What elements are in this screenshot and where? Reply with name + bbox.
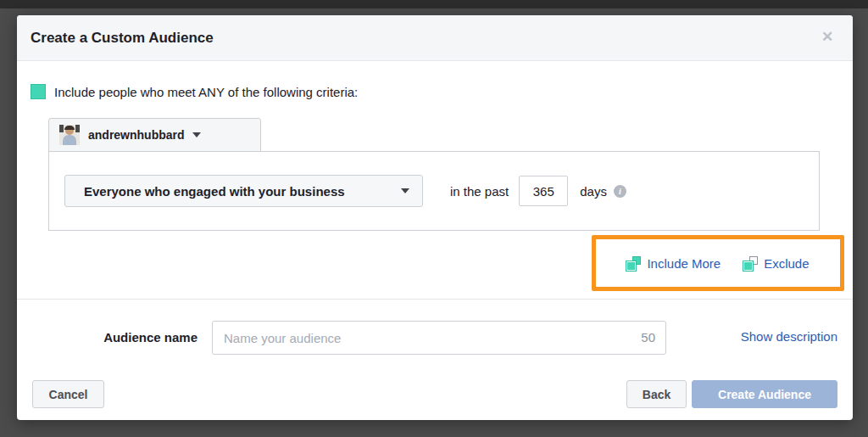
in-the-past-label: in the past: [450, 184, 509, 199]
engagement-type-label: Everyone who engaged with your business: [84, 184, 345, 199]
close-icon[interactable]: ✕: [817, 27, 837, 48]
days-input[interactable]: [519, 176, 568, 206]
include-criteria-row: Include people who meet ANY of the follo…: [31, 84, 358, 99]
caret-down-icon: [192, 132, 201, 137]
highlight-box: Include More Exclude: [592, 235, 844, 291]
char-count: 50: [641, 321, 655, 355]
exclude-label: Exclude: [764, 256, 809, 271]
show-description-link[interactable]: Show description: [741, 329, 837, 344]
include-criteria-label: Include people who meet ANY of the follo…: [54, 85, 358, 99]
page-title: Create a Custom Audience: [31, 15, 214, 61]
info-icon[interactable]: i: [614, 185, 626, 198]
modal-header: Create a Custom Audience ✕: [17, 15, 853, 61]
criteria-rule-box: Everyone who engaged with your business …: [48, 151, 820, 231]
section-divider: [17, 299, 853, 300]
include-more-label: Include More: [647, 256, 721, 271]
back-button[interactable]: Back: [626, 380, 687, 408]
create-audience-button[interactable]: Create Audience: [692, 380, 837, 408]
audience-name-field-wrap: 50: [212, 321, 666, 355]
cancel-button[interactable]: Cancel: [32, 380, 104, 408]
include-more-link[interactable]: Include More: [626, 256, 721, 271]
days-label: days: [580, 184, 607, 199]
exclude-icon: [743, 256, 758, 271]
account-source-dropdown[interactable]: andrewnhubbard: [48, 118, 261, 152]
create-custom-audience-modal: Create a Custom Audience ✕ Include peopl…: [17, 15, 853, 420]
page-top-strip: [0, 0, 868, 8]
account-name-label: andrewnhubbard: [88, 128, 185, 142]
engagement-type-dropdown[interactable]: Everyone who engaged with your business: [64, 175, 423, 207]
exclude-link[interactable]: Exclude: [743, 256, 809, 271]
caret-down-icon: [401, 188, 409, 193]
account-avatar: [59, 125, 80, 145]
audience-name-label: Audience name: [17, 330, 198, 345]
include-chip-icon: [31, 84, 46, 99]
include-more-icon: [626, 256, 641, 271]
audience-name-input[interactable]: [212, 321, 666, 355]
